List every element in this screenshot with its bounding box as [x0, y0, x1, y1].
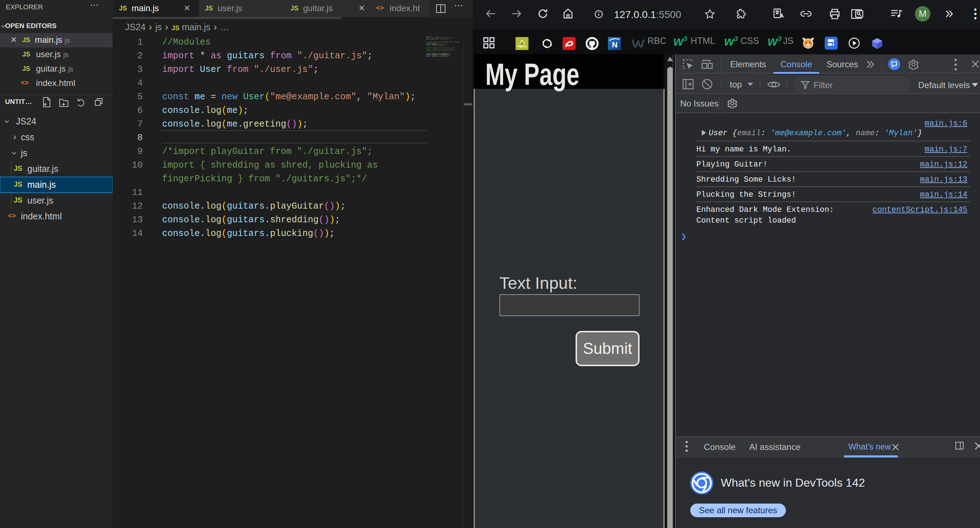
- svg-text:N: N: [612, 40, 617, 49]
- svg-text:TMCC: TMCC: [517, 45, 527, 48]
